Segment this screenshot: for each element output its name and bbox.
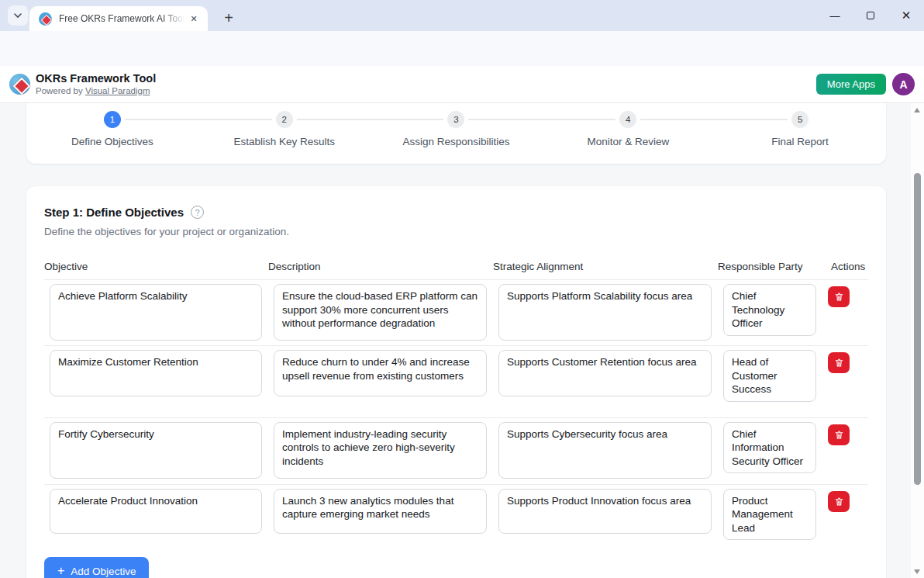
column-responsible-party: Responsible Party <box>718 261 811 272</box>
stepper-step[interactable]: 1 Define Objectives <box>26 103 198 164</box>
panel-title: Step 1: Define Objectives <box>44 206 184 219</box>
delete-row-button[interactable] <box>828 352 850 373</box>
new-tab-button[interactable]: + <box>218 7 240 29</box>
plus-icon: + <box>57 564 64 578</box>
stepper-step[interactable]: 2 Establish Key Results <box>198 103 371 164</box>
app-header: OKRs Framework Tool Powered by Visual Pa… <box>0 66 924 103</box>
responsible-party-input[interactable]: Chief Information Security Officer <box>723 422 816 474</box>
description-input[interactable]: Ensure the cloud-based ERP platform can … <box>274 284 487 341</box>
description-input[interactable]: Reduce churn to under 4% and increase up… <box>274 350 487 396</box>
step-label: Establish Key Results <box>198 136 371 147</box>
trash-icon <box>834 292 844 302</box>
app-title: OKRs Framework Tool <box>36 72 156 85</box>
user-avatar[interactable]: A <box>892 73 915 95</box>
objective-input[interactable]: Accelerate Product Innovation <box>50 489 262 534</box>
objectives-table-header: Objective Description Strategic Alignmen… <box>44 261 868 279</box>
objectives-rows: Achieve Platform Scalability Ensure the … <box>44 279 868 548</box>
column-objective: Objective <box>44 261 257 272</box>
responsible-party-input[interactable]: Head of Customer Success <box>723 350 816 402</box>
trash-icon <box>834 497 844 507</box>
objective-input[interactable]: Fortify Cybersecurity <box>50 422 262 479</box>
description-input[interactable]: Launch 3 new analytics modules that capt… <box>274 489 487 534</box>
alignment-input[interactable]: Supports Product Innovation focus area <box>498 489 712 534</box>
minimize-icon[interactable]: — <box>817 0 853 31</box>
alignment-input[interactable]: Supports Customer Retention focus area <box>498 350 712 396</box>
trash-icon <box>834 358 844 368</box>
define-objectives-panel: Step 1: Define Objectives ? Define the o… <box>26 186 886 578</box>
browser-toolbar: ← → ai-toolbox.visual-paradigm.com/app/o… <box>0 31 924 66</box>
step-label: Monitor & Review <box>542 136 714 147</box>
stepper-step[interactable]: 4 Monitor & Review <box>542 103 714 164</box>
close-icon[interactable]: ✕ <box>888 0 924 31</box>
column-description: Description <box>268 261 481 272</box>
stepper-step[interactable]: 5 Final Report <box>714 103 886 164</box>
step-number: 4 <box>619 111 636 128</box>
trash-icon <box>834 430 844 440</box>
alignment-input[interactable]: Supports Cybersecurity focus area <box>498 422 712 479</box>
browser-tab-strip: Free OKRs Framework AI Tool | V ✕ + — ✕ <box>0 0 924 31</box>
tab-search-button[interactable] <box>8 5 28 26</box>
alignment-input[interactable]: Supports Platform Scalability focus area <box>498 284 712 341</box>
help-icon[interactable]: ? <box>191 206 204 219</box>
responsible-party-input[interactable]: Chief Technology Officer <box>723 284 816 336</box>
scroll-up-icon[interactable] <box>914 108 920 112</box>
browser-tab[interactable]: Free OKRs Framework AI Tool | V ✕ <box>29 6 208 31</box>
step-number: 3 <box>447 111 464 128</box>
scrollbar-thumb[interactable] <box>914 173 921 485</box>
chevron-down-icon <box>13 11 22 20</box>
tab-title: Free OKRs Framework AI Tool | V <box>59 13 184 24</box>
stepper-card: 1 Define Objectives 2 Establish Key Resu… <box>26 103 886 164</box>
column-actions: Actions <box>822 261 844 272</box>
objective-row: Achieve Platform Scalability Ensure the … <box>44 279 868 345</box>
web-page: OKRs Framework Tool Powered by Visual Pa… <box>0 66 924 578</box>
tab-favicon-icon <box>39 12 52 26</box>
delete-row-button[interactable] <box>828 424 850 445</box>
step-number: 2 <box>276 111 293 128</box>
add-objective-label: Add Objective <box>71 566 136 577</box>
description-input[interactable]: Implement industry-leading security cont… <box>274 422 487 479</box>
stepper-step[interactable]: 3 Assign Responsibilities <box>371 103 543 164</box>
tab-close-icon[interactable]: ✕ <box>188 12 200 25</box>
scroll-down-icon[interactable] <box>914 569 920 574</box>
step-label: Assign Responsibilities <box>371 136 543 147</box>
page-scrollbar[interactable] <box>911 103 924 578</box>
objective-row: Maximize Customer Retention Reduce churn… <box>44 345 868 417</box>
step-label: Define Objectives <box>26 136 198 147</box>
responsible-party-input[interactable]: Product Management Lead <box>723 489 816 541</box>
panel-subtitle: Define the objectives for your project o… <box>44 226 868 237</box>
add-objective-button[interactable]: + Add Objective <box>44 557 149 578</box>
delete-row-button[interactable] <box>828 286 850 307</box>
more-apps-button[interactable]: More Apps <box>816 74 886 95</box>
step-number: 5 <box>791 111 808 128</box>
objective-input[interactable]: Maximize Customer Retention <box>50 350 262 396</box>
powered-by: Powered by Visual Paradigm <box>36 86 150 95</box>
visual-paradigm-link[interactable]: Visual Paradigm <box>85 86 150 95</box>
stepper: 1 Define Objectives 2 Establish Key Resu… <box>26 103 886 164</box>
visual-paradigm-logo-icon <box>9 74 30 95</box>
window-controls: — ✕ <box>817 0 924 31</box>
step-number: 1 <box>104 111 121 128</box>
step-label: Final Report <box>714 136 886 147</box>
objective-row: Accelerate Product Innovation Launch 3 n… <box>44 484 868 549</box>
maximize-icon[interactable] <box>853 0 888 31</box>
delete-row-button[interactable] <box>828 491 850 512</box>
column-strategic-alignment: Strategic Alignment <box>493 261 706 272</box>
objective-row: Fortify Cybersecurity Implement industry… <box>44 417 868 484</box>
objective-input[interactable]: Achieve Platform Scalability <box>50 284 262 341</box>
